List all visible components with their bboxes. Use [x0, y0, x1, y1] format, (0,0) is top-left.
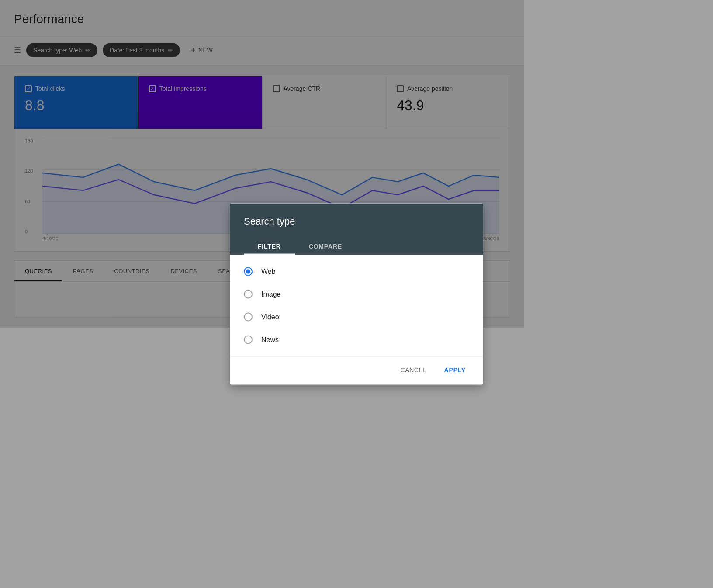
- radio-option-news[interactable]: News: [230, 329, 483, 351]
- radio-label-video: Video: [261, 313, 279, 321]
- dialog-tabs: FILTER COMPARE: [244, 238, 469, 255]
- radio-label-news: News: [261, 336, 279, 344]
- radio-label-web: Web: [261, 268, 276, 276]
- dialog-header: Search type FILTER COMPARE: [230, 204, 483, 255]
- cancel-button[interactable]: CANCEL: [394, 362, 434, 378]
- radio-option-image[interactable]: Image: [230, 283, 483, 306]
- dialog-title: Search type: [244, 216, 469, 227]
- dialog-body: Web Image Video News: [230, 255, 483, 356]
- apply-button[interactable]: APPLY: [437, 362, 473, 378]
- dialog-overlay: Search type FILTER COMPARE Web Image Vid…: [0, 0, 524, 428]
- dialog-tab-compare[interactable]: COMPARE: [295, 238, 356, 255]
- radio-label-image: Image: [261, 291, 280, 298]
- radio-option-web[interactable]: Web: [230, 260, 483, 283]
- search-type-dialog: Search type FILTER COMPARE Web Image Vid…: [230, 204, 483, 385]
- radio-option-video[interactable]: Video: [230, 306, 483, 329]
- dialog-tab-filter[interactable]: FILTER: [244, 238, 295, 255]
- radio-circle-web: [244, 267, 253, 276]
- radio-circle-video: [244, 313, 253, 322]
- radio-circle-news: [244, 336, 253, 344]
- radio-circle-image: [244, 290, 253, 299]
- dialog-footer: CANCEL APPLY: [230, 356, 483, 385]
